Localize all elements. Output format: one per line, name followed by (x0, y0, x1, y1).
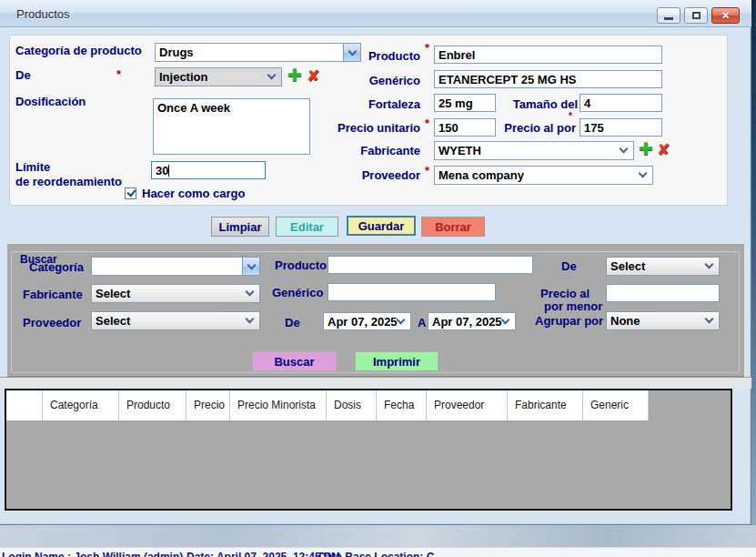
clear-button[interactable]: Limpiar (211, 217, 269, 237)
type-label: De (15, 68, 31, 82)
add-manufacturer-icon[interactable]: ✚ (639, 138, 653, 158)
manufacturer-value: WYETH (438, 144, 481, 157)
window-title: Productos (16, 7, 70, 21)
supplier-required-marker: * (425, 164, 429, 177)
dosage-textarea[interactable]: Once A week (153, 98, 310, 155)
results-grid: CategoríaProductoPrecioPrecio MinoristaD… (5, 389, 732, 511)
search-type-combobox[interactable]: Select (606, 257, 720, 276)
column-header-8[interactable]: Fabricante (508, 390, 583, 420)
column-header-2[interactable]: Producto (119, 390, 186, 420)
search-supplier-combobox[interactable]: Select (91, 311, 260, 330)
search-manufacturer-combobox[interactable]: Select (91, 284, 260, 303)
chevron-down-icon (246, 288, 255, 297)
search-button[interactable]: Buscar (252, 351, 337, 371)
title-bar: Productos ✕ (0, 0, 751, 27)
product-input[interactable]: Enbrel (434, 46, 662, 64)
column-header-9[interactable]: Generic (583, 390, 649, 420)
column-header-7[interactable]: Proveedor (427, 390, 508, 420)
type-combobox[interactable]: Injection (155, 67, 282, 86)
search-supplier-label: Proveedor (23, 316, 81, 329)
grid-header-row: CategoríaProductoPrecioPrecio MinoristaD… (6, 390, 649, 420)
app-status-bar: Login Name : Josh William (admin) Date: … (0, 547, 756, 557)
row-selector-header[interactable] (6, 390, 43, 420)
column-header-4[interactable]: Precio Minorista (230, 390, 327, 420)
manufacturer-combobox[interactable]: WYETH (434, 141, 634, 160)
search-product-input[interactable] (328, 256, 533, 274)
manufacturer-label: Fabricante (329, 144, 420, 157)
desktop-background-right (751, 0, 756, 525)
search-date-from-picker[interactable]: Apr 07, 2025 (323, 312, 411, 330)
type-value: Injection (159, 70, 207, 84)
supplier-label: Proveedor (329, 168, 420, 182)
retail-price-input[interactable]: 175 (580, 118, 662, 137)
status-db-location: Data Base Location: C (318, 551, 434, 557)
add-type-icon[interactable]: ✚ (287, 65, 302, 85)
strength-input[interactable]: 25 mg (434, 94, 496, 112)
reorder-limit-label-line2: de reordenamiento (15, 175, 122, 188)
edit-button[interactable]: Editar (276, 217, 338, 237)
status-login-name: Login Name : Josh William (admin) (2, 551, 183, 557)
generic-label: Genérico (329, 74, 420, 87)
supplier-value: Mena company (438, 168, 524, 182)
charge-checkbox-label: Hacer como cargo (142, 187, 245, 200)
delete-button[interactable]: Borrar (421, 217, 485, 237)
category-value: Drugs (159, 46, 194, 59)
search-date-to-picker[interactable]: Apr 07, 2025 (428, 312, 516, 330)
strength-label: Fortaleza (329, 97, 420, 111)
chevron-down-icon (501, 315, 510, 324)
retail-price-label: Precio al por (496, 121, 576, 135)
search-date-to-label: A (418, 316, 426, 329)
chevron-down-icon (620, 145, 629, 154)
search-type-label: De (561, 259, 577, 273)
chevron-down-icon (639, 169, 648, 178)
delete-type-icon[interactable]: ✘ (307, 66, 319, 85)
type-required-marker: * (116, 67, 121, 81)
chevron-down-icon[interactable] (242, 258, 259, 275)
search-group-combobox[interactable]: None (606, 311, 720, 330)
print-button[interactable]: Imprimir (355, 351, 438, 371)
retail-price-required-marker: * (569, 111, 572, 121)
generic-input[interactable]: ETANERCEPT 25 MG HS (434, 70, 662, 88)
column-header-5[interactable]: Dosis (327, 390, 377, 420)
column-header-3[interactable]: Precio (186, 390, 230, 420)
chevron-down-icon (705, 260, 714, 269)
chevron-down-icon (267, 71, 277, 80)
search-group-label: Agrupar por (535, 314, 603, 328)
search-retail-input[interactable] (606, 284, 720, 302)
delete-manufacturer-icon[interactable]: ✘ (657, 140, 670, 158)
pack-size-label: Tamaño del (496, 97, 578, 111)
status-date: Date: April 07, 2025, 12:45 PM (186, 551, 340, 557)
close-button[interactable]: ✕ (711, 7, 740, 24)
panel-gap (0, 377, 751, 389)
product-label: Producto (329, 49, 420, 63)
chevron-down-icon (397, 315, 406, 324)
unit-price-label: Precio unitario (329, 121, 420, 135)
minimize-button[interactable] (657, 7, 680, 24)
column-header-6[interactable]: Fecha (377, 390, 427, 420)
search-generic-input[interactable] (328, 283, 496, 301)
unit-price-input[interactable]: 150 (434, 118, 496, 137)
search-retail-label-line1: Precio al (540, 287, 590, 300)
product-required-marker: * (425, 41, 429, 55)
reorder-limit-input[interactable]: 30 (151, 161, 266, 179)
chevron-down-icon (246, 315, 255, 324)
search-product-label: Producto (275, 258, 327, 272)
supplier-combobox[interactable]: Mena company (434, 166, 653, 185)
unit-price-required-marker: * (425, 116, 429, 130)
maximize-button[interactable] (684, 7, 708, 24)
column-header-1[interactable]: Categoría (43, 390, 119, 420)
dosage-label: Dosificación (15, 95, 86, 108)
search-category-combobox[interactable] (91, 257, 260, 276)
search-date-from-label: De (285, 316, 300, 329)
maximize-icon (692, 12, 701, 19)
save-button[interactable]: Guardar (347, 216, 416, 236)
search-retail-label-line2: por menor (544, 299, 602, 313)
pack-size-input[interactable]: 4 (580, 94, 662, 112)
search-manufacturer-label: Fabricante (23, 288, 83, 301)
search-generic-label: Genérico (272, 286, 323, 299)
reorder-limit-label-line1: Límite (15, 160, 50, 174)
productos-window: Productos ✕ Categoría de producto Drugs … (0, 0, 751, 525)
category-label: Categoría de producto (15, 44, 142, 57)
search-category-label: Categoría (29, 260, 84, 274)
charge-checkbox[interactable] (125, 187, 136, 199)
